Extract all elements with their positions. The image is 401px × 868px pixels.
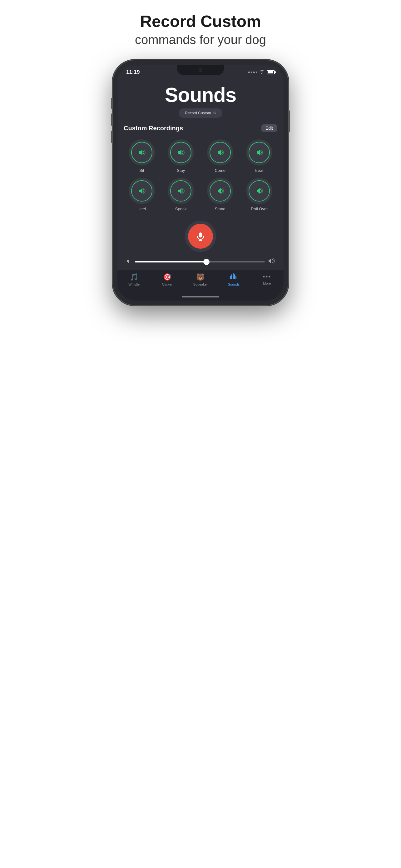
sound-button-outer-treat — [246, 140, 272, 165]
volume-slider[interactable] — [135, 261, 265, 262]
notch — [177, 65, 224, 75]
sound-button-outer-speak — [168, 178, 194, 204]
sound-button-outer-heel — [129, 178, 155, 204]
sound-button-inner-stay — [170, 142, 192, 163]
tab-sounds[interactable]: Sounds — [224, 273, 243, 286]
filter-label: Record Custom — [185, 111, 211, 115]
battery-fill — [268, 71, 273, 73]
section-header: Custom Recordings Edit — [124, 124, 277, 135]
sound-item-stand[interactable]: Stand — [202, 178, 238, 211]
record-button[interactable] — [188, 224, 213, 249]
tab-more[interactable]: ••• More — [258, 273, 276, 286]
wifi-icon — [259, 70, 264, 75]
sound-label-stand: Stand — [215, 207, 226, 211]
sound-item-sit[interactable]: Sit — [124, 140, 160, 173]
battery-icon — [267, 70, 275, 74]
tab-label-clicker: Clicker — [162, 282, 173, 286]
speaker-icon-treat — [255, 148, 264, 157]
filter-button[interactable]: Record Custom ⇅ — [179, 108, 222, 118]
sound-item-treat[interactable]: treat — [241, 140, 278, 173]
volume-down-button — [111, 131, 113, 143]
svg-rect-5 — [233, 273, 234, 279]
tab-squeaker[interactable]: 🐻 Squeaker — [191, 273, 210, 286]
squeaker-icon: 🐻 — [196, 273, 205, 281]
sound-button-outer-stand — [207, 178, 233, 204]
speaker-icon-stand — [216, 187, 225, 195]
mute-button — [111, 98, 113, 107]
page-wrapper: Record Custom commands for your dog 11:1… — [100, 6, 301, 305]
status-time: 11:19 — [126, 69, 140, 75]
sound-grid: Sit — [124, 140, 277, 211]
record-button-outer — [185, 221, 216, 252]
speaker-icon-come — [216, 148, 225, 157]
tab-label-squeaker: Squeaker — [193, 282, 208, 286]
sound-label-come: Come — [214, 168, 226, 173]
sound-item-come[interactable]: Come — [202, 140, 238, 173]
speaker-icon-rollover — [255, 187, 264, 195]
app-title: Sounds — [124, 84, 277, 106]
sound-label-rollover: Roll Over — [251, 207, 268, 211]
sound-button-inner-speak — [170, 180, 192, 202]
svg-rect-7 — [235, 276, 236, 279]
signal-icon — [248, 71, 257, 73]
sound-button-inner-heel — [131, 180, 153, 202]
tab-whistle[interactable]: 🎵 Whistle — [125, 273, 143, 286]
sound-label-sit: Sit — [139, 168, 144, 173]
tab-label-more: More — [263, 281, 271, 285]
home-indicator — [118, 294, 283, 301]
sound-label-treat: treat — [255, 168, 263, 173]
section-title: Custom Recordings — [124, 125, 183, 132]
headline-subtitle: commands for your dog — [135, 32, 266, 48]
sound-button-outer-sit — [129, 140, 155, 165]
filter-pill: Record Custom ⇅ — [124, 108, 277, 118]
more-icon: ••• — [263, 273, 271, 280]
sounds-tab-icon — [230, 273, 237, 281]
record-area — [124, 221, 277, 252]
svg-rect-4 — [231, 274, 232, 279]
sound-item-heel[interactable]: Heel — [124, 178, 160, 211]
speaker-icon-stay — [176, 148, 185, 157]
sound-label-stay: Stay — [177, 168, 185, 173]
status-icons — [248, 70, 275, 75]
sound-item-rollover[interactable]: Roll Over — [241, 178, 278, 211]
tab-bar: 🎵 Whistle 🎯 Clicker 🐻 Squeaker — [118, 270, 283, 294]
headline-section: Record Custom commands for your dog — [129, 6, 272, 48]
phone-screen: 11:19 — [118, 65, 283, 301]
volume-low-icon — [126, 259, 132, 265]
phone-body: 11:19 — [113, 60, 288, 305]
clicker-icon: 🎯 — [163, 273, 171, 281]
sound-button-outer-come — [207, 140, 233, 165]
screen-content: Sounds Record Custom ⇅ Custom Recordings… — [118, 77, 283, 265]
svg-rect-0 — [199, 232, 202, 238]
speaker-icon-speak — [176, 187, 185, 195]
front-camera — [199, 68, 202, 72]
sound-label-speak: Speak — [175, 207, 187, 211]
edit-button[interactable]: Edit — [261, 124, 277, 132]
sound-button-inner-come — [209, 142, 231, 163]
whistle-icon: 🎵 — [130, 273, 138, 281]
speaker-icon-heel — [137, 187, 146, 195]
svg-rect-6 — [234, 274, 235, 279]
chevron-icon: ⇅ — [213, 111, 216, 115]
volume-high-icon — [268, 258, 275, 265]
tab-clicker[interactable]: 🎯 Clicker — [158, 273, 177, 286]
volume-slider-thumb — [203, 259, 209, 265]
sound-label-heel: Heel — [137, 207, 146, 211]
sound-item-stay[interactable]: Stay — [163, 140, 199, 173]
sound-button-outer-rollover — [246, 178, 272, 204]
sound-button-inner-rollover — [248, 180, 270, 202]
sound-button-inner-sit — [131, 142, 153, 163]
tab-label-whistle: Whistle — [128, 282, 140, 286]
headline-title: Record Custom — [135, 12, 266, 30]
sound-item-speak[interactable]: Speak — [163, 178, 199, 211]
tab-label-sounds: Sounds — [228, 282, 239, 286]
sound-button-outer-stay — [168, 140, 194, 165]
svg-rect-3 — [230, 276, 231, 279]
microphone-icon — [196, 231, 205, 241]
volume-up-button — [111, 114, 113, 126]
volume-slider-fill — [135, 261, 206, 262]
volume-row — [124, 258, 277, 265]
phone-container: 11:19 — [113, 60, 288, 305]
sound-button-inner-stand — [209, 180, 231, 202]
sound-button-inner-treat — [248, 142, 270, 163]
